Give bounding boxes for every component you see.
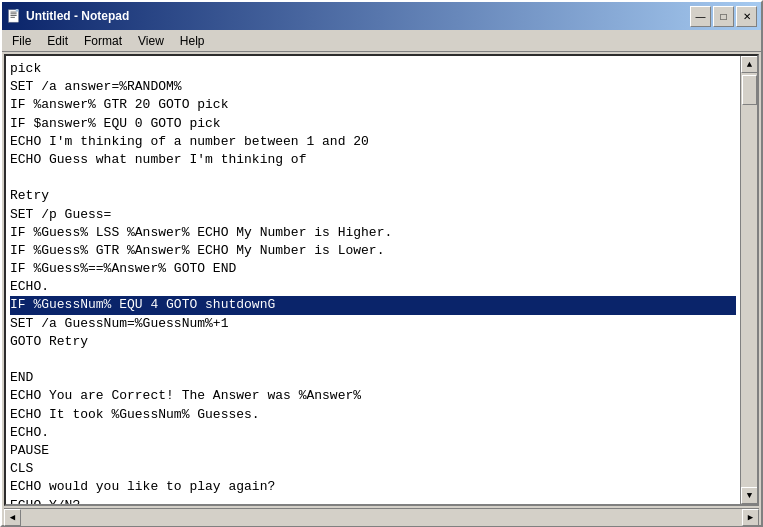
code-line: ECHO would you like to play again? [10, 478, 736, 496]
close-button[interactable]: ✕ [736, 6, 757, 27]
code-line: ECHO. [10, 424, 736, 442]
code-line: PAUSE [10, 442, 736, 460]
scroll-down-button[interactable]: ▼ [741, 487, 758, 504]
svg-rect-1 [11, 12, 17, 13]
code-line: SET /a answer=%RANDOM% [10, 78, 736, 96]
code-line: CLS [10, 460, 736, 478]
code-area[interactable]: pickSET /a answer=%RANDOM%IF %answer% GT… [10, 60, 736, 504]
code-line: ECHO It took %GuessNum% Guesses. [10, 406, 736, 424]
code-line: ECHO You are Correct! The Answer was %An… [10, 387, 736, 405]
scroll-track-v[interactable] [741, 73, 757, 487]
maximize-button[interactable]: □ [713, 6, 734, 27]
code-line: IF %Guess% LSS %Answer% ECHO My Number i… [10, 224, 736, 242]
svg-rect-3 [11, 15, 17, 16]
code-line: END [10, 369, 736, 387]
title-bar: Untitled - Notepad — □ ✕ [2, 2, 761, 30]
code-line: ECHO I'm thinking of a number between 1 … [10, 133, 736, 151]
svg-rect-5 [16, 9, 19, 12]
code-line: pick [10, 60, 736, 78]
notepad-window: Untitled - Notepad — □ ✕ File Edit Forma… [0, 0, 763, 527]
vertical-scrollbar[interactable]: ▲ ▼ [740, 56, 757, 504]
scroll-thumb-v[interactable] [742, 75, 757, 105]
code-line: ECHO Guess what number I'm thinking of [10, 151, 736, 169]
code-line: SET /p Guess= [10, 206, 736, 224]
editor-content[interactable]: pickSET /a answer=%RANDOM%IF %answer% GT… [6, 56, 740, 504]
code-line [10, 351, 736, 369]
horizontal-scrollbar[interactable]: ◀ ▶ [4, 508, 759, 525]
code-line: Retry [10, 187, 736, 205]
svg-rect-4 [11, 17, 15, 18]
code-line: ECHO. [10, 278, 736, 296]
code-line [10, 169, 736, 187]
code-line: SET /a GuessNum=%GuessNum%+1 [10, 315, 736, 333]
code-line: IF %Guess%==%Answer% GOTO END [10, 260, 736, 278]
menu-file[interactable]: File [4, 32, 39, 50]
code-line: IF %answer% GTR 20 GOTO pick [10, 96, 736, 114]
menu-format[interactable]: Format [76, 32, 130, 50]
notepad-icon [6, 8, 22, 24]
svg-rect-2 [11, 13, 17, 14]
code-line: IF $answer% EQU 0 GOTO pick [10, 115, 736, 133]
window-title: Untitled - Notepad [26, 9, 129, 23]
code-line: IF %Guess% GTR %Answer% ECHO My Number i… [10, 242, 736, 260]
code-line: GOTO Retry [10, 333, 736, 351]
scroll-left-button[interactable]: ◀ [4, 509, 21, 526]
title-buttons: — □ ✕ [690, 6, 757, 27]
minimize-button[interactable]: — [690, 6, 711, 27]
scroll-up-button[interactable]: ▲ [741, 56, 758, 73]
scroll-track-h[interactable] [21, 509, 742, 526]
editor-container: pickSET /a answer=%RANDOM%IF %answer% GT… [4, 54, 759, 506]
title-bar-left: Untitled - Notepad [6, 8, 129, 24]
menu-edit[interactable]: Edit [39, 32, 76, 50]
menu-bar: File Edit Format View Help [2, 30, 761, 52]
menu-view[interactable]: View [130, 32, 172, 50]
code-line: ECHO Y/N? [10, 497, 736, 505]
highlighted-line: IF %GuessNum% EQU 4 GOTO shutdownG [10, 296, 736, 314]
menu-help[interactable]: Help [172, 32, 213, 50]
scroll-right-button[interactable]: ▶ [742, 509, 759, 526]
